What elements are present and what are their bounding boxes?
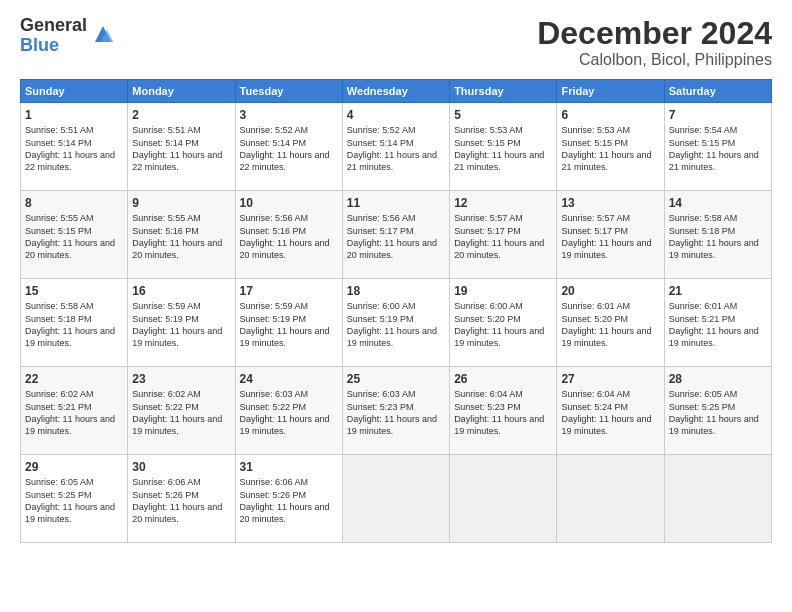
daylight-label: Daylight: 11 hours and 20 minutes.	[132, 238, 222, 260]
day-number: 6	[561, 107, 659, 123]
day-number: 27	[561, 371, 659, 387]
list-item: 3Sunrise: 5:52 AMSunset: 5:14 PMDaylight…	[235, 103, 342, 191]
list-item: 15Sunrise: 5:58 AMSunset: 5:18 PMDayligh…	[21, 279, 128, 367]
sunrise-text: Sunrise: 6:01 AM	[561, 301, 630, 311]
day-number: 9	[132, 195, 230, 211]
sunset-text: Sunset: 5:15 PM	[561, 138, 628, 148]
day-number: 30	[132, 459, 230, 475]
list-item: 22Sunrise: 6:02 AMSunset: 5:21 PMDayligh…	[21, 367, 128, 455]
daylight-label: Daylight: 11 hours and 19 minutes.	[132, 326, 222, 348]
sunrise-text: Sunrise: 5:59 AM	[240, 301, 309, 311]
col-saturday: Saturday	[664, 80, 771, 103]
sunset-text: Sunset: 5:21 PM	[25, 402, 92, 412]
title-block: December 2024 Calolbon, Bicol, Philippin…	[537, 16, 772, 69]
list-item: 2Sunrise: 5:51 AMSunset: 5:14 PMDaylight…	[128, 103, 235, 191]
sunrise-text: Sunrise: 6:03 AM	[240, 389, 309, 399]
list-item: 24Sunrise: 6:03 AMSunset: 5:22 PMDayligh…	[235, 367, 342, 455]
logo-line2: Blue	[20, 36, 87, 56]
sunrise-text: Sunrise: 6:00 AM	[347, 301, 416, 311]
sunrise-text: Sunrise: 5:53 AM	[454, 125, 523, 135]
list-item: 11Sunrise: 5:56 AMSunset: 5:17 PMDayligh…	[342, 191, 449, 279]
day-number: 23	[132, 371, 230, 387]
daylight-label: Daylight: 11 hours and 21 minutes.	[561, 150, 651, 172]
sunrise-text: Sunrise: 5:55 AM	[132, 213, 201, 223]
list-item: 19Sunrise: 6:00 AMSunset: 5:20 PMDayligh…	[450, 279, 557, 367]
list-item: 8Sunrise: 5:55 AMSunset: 5:15 PMDaylight…	[21, 191, 128, 279]
list-item	[664, 455, 771, 543]
sunrise-text: Sunrise: 6:06 AM	[132, 477, 201, 487]
list-item: 1Sunrise: 5:51 AMSunset: 5:14 PMDaylight…	[21, 103, 128, 191]
daylight-label: Daylight: 11 hours and 19 minutes.	[561, 414, 651, 436]
daylight-label: Daylight: 11 hours and 19 minutes.	[132, 414, 222, 436]
daylight-label: Daylight: 11 hours and 19 minutes.	[25, 502, 115, 524]
sunset-text: Sunset: 5:22 PM	[132, 402, 199, 412]
daylight-label: Daylight: 11 hours and 19 minutes.	[669, 238, 759, 260]
list-item: 23Sunrise: 6:02 AMSunset: 5:22 PMDayligh…	[128, 367, 235, 455]
sunrise-text: Sunrise: 5:59 AM	[132, 301, 201, 311]
sunrise-text: Sunrise: 5:53 AM	[561, 125, 630, 135]
day-number: 20	[561, 283, 659, 299]
list-item: 25Sunrise: 6:03 AMSunset: 5:23 PMDayligh…	[342, 367, 449, 455]
day-number: 28	[669, 371, 767, 387]
daylight-label: Daylight: 11 hours and 19 minutes.	[561, 238, 651, 260]
col-friday: Friday	[557, 80, 664, 103]
sunset-text: Sunset: 5:14 PM	[240, 138, 307, 148]
sunset-text: Sunset: 5:17 PM	[561, 226, 628, 236]
sunrise-text: Sunrise: 6:06 AM	[240, 477, 309, 487]
day-number: 3	[240, 107, 338, 123]
list-item: 9Sunrise: 5:55 AMSunset: 5:16 PMDaylight…	[128, 191, 235, 279]
sunset-text: Sunset: 5:26 PM	[132, 490, 199, 500]
list-item: 17Sunrise: 5:59 AMSunset: 5:19 PMDayligh…	[235, 279, 342, 367]
list-item	[557, 455, 664, 543]
sunset-text: Sunset: 5:14 PM	[132, 138, 199, 148]
sunset-text: Sunset: 5:18 PM	[669, 226, 736, 236]
daylight-label: Daylight: 11 hours and 21 minutes.	[454, 150, 544, 172]
daylight-label: Daylight: 11 hours and 19 minutes.	[669, 414, 759, 436]
sunset-text: Sunset: 5:25 PM	[669, 402, 736, 412]
day-number: 22	[25, 371, 123, 387]
sunset-text: Sunset: 5:26 PM	[240, 490, 307, 500]
day-number: 11	[347, 195, 445, 211]
sunrise-text: Sunrise: 6:03 AM	[347, 389, 416, 399]
list-item: 20Sunrise: 6:01 AMSunset: 5:20 PMDayligh…	[557, 279, 664, 367]
sunset-text: Sunset: 5:16 PM	[240, 226, 307, 236]
day-number: 31	[240, 459, 338, 475]
daylight-label: Daylight: 11 hours and 19 minutes.	[669, 326, 759, 348]
daylight-label: Daylight: 11 hours and 19 minutes.	[240, 326, 330, 348]
calendar-title: December 2024	[537, 16, 772, 51]
sunrise-text: Sunrise: 5:55 AM	[25, 213, 94, 223]
daylight-label: Daylight: 11 hours and 19 minutes.	[454, 326, 544, 348]
sunset-text: Sunset: 5:15 PM	[669, 138, 736, 148]
list-item: 30Sunrise: 6:06 AMSunset: 5:26 PMDayligh…	[128, 455, 235, 543]
daylight-label: Daylight: 11 hours and 20 minutes.	[240, 502, 330, 524]
table-row: 8Sunrise: 5:55 AMSunset: 5:15 PMDaylight…	[21, 191, 772, 279]
day-number: 21	[669, 283, 767, 299]
sunrise-text: Sunrise: 5:58 AM	[669, 213, 738, 223]
calendar-header-row: Sunday Monday Tuesday Wednesday Thursday…	[21, 80, 772, 103]
daylight-label: Daylight: 11 hours and 21 minutes.	[347, 150, 437, 172]
sunrise-text: Sunrise: 5:52 AM	[347, 125, 416, 135]
sunset-text: Sunset: 5:20 PM	[454, 314, 521, 324]
sunset-text: Sunset: 5:17 PM	[454, 226, 521, 236]
sunrise-text: Sunrise: 6:05 AM	[669, 389, 738, 399]
calendar-table: Sunday Monday Tuesday Wednesday Thursday…	[20, 79, 772, 543]
sunrise-text: Sunrise: 5:56 AM	[240, 213, 309, 223]
daylight-label: Daylight: 11 hours and 19 minutes.	[25, 326, 115, 348]
daylight-label: Daylight: 11 hours and 19 minutes.	[454, 414, 544, 436]
daylight-label: Daylight: 11 hours and 19 minutes.	[561, 326, 651, 348]
daylight-label: Daylight: 11 hours and 19 minutes.	[347, 326, 437, 348]
sunset-text: Sunset: 5:17 PM	[347, 226, 414, 236]
sunrise-text: Sunrise: 5:57 AM	[561, 213, 630, 223]
header: General Blue December 2024 Calolbon, Bic…	[20, 16, 772, 69]
list-item: 29Sunrise: 6:05 AMSunset: 5:25 PMDayligh…	[21, 455, 128, 543]
day-number: 14	[669, 195, 767, 211]
sunset-text: Sunset: 5:14 PM	[25, 138, 92, 148]
list-item: 27Sunrise: 6:04 AMSunset: 5:24 PMDayligh…	[557, 367, 664, 455]
sunrise-text: Sunrise: 6:01 AM	[669, 301, 738, 311]
list-item: 13Sunrise: 5:57 AMSunset: 5:17 PMDayligh…	[557, 191, 664, 279]
list-item: 4Sunrise: 5:52 AMSunset: 5:14 PMDaylight…	[342, 103, 449, 191]
list-item: 14Sunrise: 5:58 AMSunset: 5:18 PMDayligh…	[664, 191, 771, 279]
daylight-label: Daylight: 11 hours and 22 minutes.	[132, 150, 222, 172]
day-number: 25	[347, 371, 445, 387]
day-number: 1	[25, 107, 123, 123]
